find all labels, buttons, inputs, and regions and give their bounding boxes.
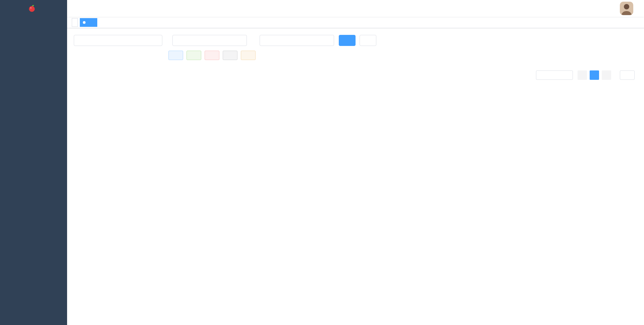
sidebar — [0, 0, 67, 325]
app-root — [0, 0, 644, 325]
material-name-input[interactable] — [264, 38, 330, 43]
close-icon — [91, 21, 94, 24]
goto-page-input[interactable] — [620, 70, 635, 80]
table-panel — [168, 35, 637, 325]
page-number-button[interactable] — [590, 70, 599, 80]
tab-material-product[interactable] — [80, 18, 97, 27]
pagination — [168, 70, 637, 87]
page-size-select[interactable] — [536, 70, 573, 80]
material-code-field — [172, 35, 247, 46]
plus-icon — [173, 53, 177, 58]
user-menu[interactable] — [620, 2, 639, 15]
category-search — [74, 35, 162, 46]
delete-button[interactable] — [205, 51, 219, 60]
upload-icon — [227, 53, 231, 58]
app-logo[interactable] — [0, 0, 67, 17]
download-icon — [245, 53, 250, 58]
delete-icon — [209, 53, 213, 58]
search-icon — [344, 38, 348, 43]
close-tab-button[interactable] — [90, 20, 94, 25]
sidebar-menu — [0, 17, 67, 325]
category-panel — [74, 35, 162, 325]
navbar-right — [617, 0, 644, 17]
filter-bar — [168, 35, 637, 46]
add-button[interactable] — [168, 51, 183, 60]
avatar[interactable] — [620, 2, 633, 15]
logo-icon — [28, 4, 36, 13]
prev-page-button[interactable] — [578, 70, 587, 80]
chevron-right-icon — [604, 73, 608, 77]
material-name-field — [260, 35, 334, 46]
edit-icon — [191, 53, 195, 58]
collapse-menu-icon — [72, 5, 78, 11]
next-page-button[interactable] — [602, 70, 611, 80]
active-tab-dot — [83, 21, 86, 24]
import-button[interactable] — [223, 51, 237, 60]
chevron-left-icon — [580, 73, 584, 77]
navbar — [67, 0, 644, 17]
category-search-input[interactable] — [85, 38, 158, 43]
search-icon — [78, 38, 83, 43]
reset-button[interactable] — [360, 35, 376, 46]
edit-button[interactable] — [186, 51, 201, 60]
page-content — [67, 28, 644, 325]
tags-view — [67, 17, 644, 28]
material-code-input[interactable] — [177, 38, 243, 43]
pagination-goto — [617, 70, 637, 80]
search-button[interactable] — [339, 35, 356, 46]
refresh-icon — [365, 38, 369, 43]
caret-down-icon — [635, 6, 639, 10]
tab-home[interactable] — [72, 18, 78, 27]
hamburger-icon[interactable] — [67, 0, 83, 17]
export-button[interactable] — [241, 51, 256, 60]
toolbar — [168, 51, 637, 60]
chevron-down-icon — [566, 73, 569, 77]
